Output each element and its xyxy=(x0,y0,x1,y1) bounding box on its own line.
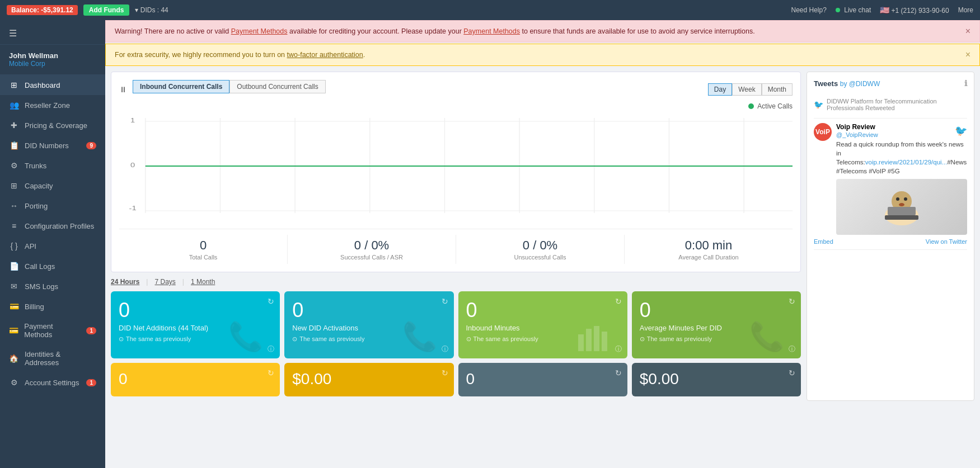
kpi-b2-value: $0.00 xyxy=(292,371,446,388)
sidebar-item-sms-logs[interactable]: ✉ SMS Logs xyxy=(0,276,105,296)
alert-danger: Warning! There are no active or valid Pa… xyxy=(105,20,980,42)
porting-icon: ↔ xyxy=(9,201,19,210)
period-week-button[interactable]: Week xyxy=(732,83,761,96)
need-help[interactable]: Need Help? xyxy=(791,6,826,14)
did-badge: 9 xyxy=(86,142,96,149)
sidebar-item-label: Capacity xyxy=(25,182,53,190)
payment-badge: 1 xyxy=(86,327,96,334)
chart-svg: 1 0 -1 xyxy=(119,112,793,213)
kpi-avg-info[interactable]: ⓘ xyxy=(789,344,795,354)
svg-rect-28 xyxy=(602,332,607,351)
sidebar-item-billing[interactable]: 💳 Billing xyxy=(0,296,105,316)
sidebar-item-identities-addresses[interactable]: 🏠 Identities & Addresses xyxy=(0,344,105,372)
payment-icon: 💳 xyxy=(9,326,18,335)
sidebar-item-api[interactable]: { } API xyxy=(0,236,105,256)
live-chat[interactable]: Live chat xyxy=(836,6,871,14)
sidebar-item-porting[interactable]: ↔ Porting xyxy=(0,196,105,216)
sidebar-item-configuration-profiles[interactable]: ≡ Configuration Profiles xyxy=(0,216,105,236)
tweet-image xyxy=(836,179,967,235)
kpi-refresh-b3[interactable]: ↻ xyxy=(615,368,622,377)
payment-methods-link-2[interactable]: Payment Methods xyxy=(463,27,520,35)
tweet-link[interactable]: voip.review/2021/01/29/qui... xyxy=(865,159,947,166)
time-1m[interactable]: 1 Month xyxy=(191,278,215,286)
payment-methods-link-1[interactable]: Payment Methods xyxy=(231,27,288,35)
period-month-button[interactable]: Month xyxy=(762,83,793,96)
sidebar-item-label: Reseller Zone xyxy=(25,101,70,110)
tweet-embed-link[interactable]: Embed xyxy=(814,238,833,245)
kpi-refresh-b2[interactable]: ↻ xyxy=(442,368,448,377)
time-24h[interactable]: 24 Hours xyxy=(111,278,139,286)
chart-pause-button[interactable]: ⏸ xyxy=(119,85,127,94)
kpi-inbound-info[interactable]: ⓘ xyxy=(615,344,622,354)
main-layout: ☰ John Wellman Mobile Corp ⊞ Dashboard 👥… xyxy=(0,20,980,468)
svg-rect-35 xyxy=(888,207,916,215)
sidebar-item-label: Billing xyxy=(25,302,44,311)
tab-inbound-concurrent[interactable]: Inbound Concurrent Calls xyxy=(133,80,229,93)
kpi-inbound-value: 0 xyxy=(466,299,620,322)
settings-badge: 1 xyxy=(86,379,96,386)
trunks-icon: ⚙ xyxy=(9,161,19,170)
stat-successful-calls: 0 / 0% Successful Calls / ASR xyxy=(288,235,456,264)
tweet-content: Voip Review @_VoipReview 🐦 Read a quick … xyxy=(836,123,967,235)
svg-text:-1: -1 xyxy=(129,205,137,212)
sidebar-item-call-logs[interactable]: 📄 Call Logs xyxy=(0,256,105,276)
kpi-refresh-avg[interactable]: ↻ xyxy=(789,297,795,306)
kpi-card-new-did: ↻ 0 New DID Activations ⊙ The same as pr… xyxy=(284,291,453,358)
successful-calls-label: Successful Calls / ASR xyxy=(291,254,452,261)
sidebar-item-account-settings[interactable]: ⚙ Account Settings 1 xyxy=(0,372,105,393)
kpi-b4-value: $0.00 xyxy=(640,371,793,388)
sidebar-company[interactable]: Mobile Corp xyxy=(9,60,96,68)
tweet-view-on-twitter-link[interactable]: View on Twitter xyxy=(926,238,967,245)
hamburger-icon[interactable]: ☰ xyxy=(9,28,17,39)
kpi-refresh-did-net[interactable]: ↻ xyxy=(268,297,274,306)
alert-danger-close[interactable]: × xyxy=(965,26,970,36)
tweet-actions: Embed View on Twitter xyxy=(814,238,967,245)
kpi-refresh-inbound[interactable]: ↻ xyxy=(615,297,622,306)
retweet-icon: 🐦 xyxy=(814,100,823,109)
kpi-new-did-value: 0 xyxy=(292,299,446,322)
legend-label: Active Calls xyxy=(757,102,793,110)
sidebar-item-pricing-coverage[interactable]: ✚ Pricing & Coverage xyxy=(0,115,105,135)
sidebar-item-label: Configuration Profiles xyxy=(25,222,94,230)
sidebar-item-dashboard[interactable]: ⊞ Dashboard xyxy=(0,75,105,95)
kpi-grid-bottom: ↻ 0 ↻ $0.00 ↻ 0 ↻ $0.00 xyxy=(111,363,801,396)
sidebar-item-reseller-zone[interactable]: 👥 Reseller Zone xyxy=(0,95,105,115)
sidebar-item-did-numbers[interactable]: 📋 DID Numbers 9 xyxy=(0,135,105,155)
phone-bg-icon-3: 📞 xyxy=(749,320,784,353)
sms-icon: ✉ xyxy=(9,282,19,291)
chart-period: Day Week Month xyxy=(708,83,793,96)
kpi-card-bottom-1: ↻ 0 xyxy=(111,363,280,396)
more-menu[interactable]: More xyxy=(958,6,973,14)
svg-rect-34 xyxy=(885,215,918,220)
time-7d[interactable]: 7 Days xyxy=(154,278,175,286)
kpi-refresh-new-did[interactable]: ↻ xyxy=(442,297,448,306)
kpi-did-net-info[interactable]: ⓘ xyxy=(268,344,274,354)
stat-avg-duration: 0:00 min Average Call Duration xyxy=(625,235,793,264)
flag-icon: 🇺🇸 xyxy=(880,6,889,15)
kpi-card-bottom-4: ↻ $0.00 xyxy=(632,363,801,396)
sidebar-item-payment-methods[interactable]: 💳 Payment Methods 1 xyxy=(0,316,105,344)
kpi-card-avg-minutes: ↻ 0 Average Minutes Per DID ⊙ The same a… xyxy=(632,291,801,358)
add-funds-button[interactable]: Add Funds xyxy=(83,4,130,16)
chart-tabs: Inbound Concurrent Calls Outbound Concur… xyxy=(133,80,326,93)
tweets-by: by @DIDWW xyxy=(840,80,880,88)
kpi-refresh-b1[interactable]: ↻ xyxy=(268,368,274,377)
two-factor-link[interactable]: two-factor authentication xyxy=(287,51,363,59)
period-day-button[interactable]: Day xyxy=(708,83,732,96)
kpi-grid-top: ↻ 0 DID Net Additions (44 Total) ⊙ The s… xyxy=(111,291,801,358)
sidebar-item-trunks[interactable]: ⚙ Trunks xyxy=(0,155,105,176)
kpi-new-did-info[interactable]: ⓘ xyxy=(442,344,448,354)
tweets-header: Tweets by @DIDWW ℹ xyxy=(814,79,967,88)
tweet-author-name: Voip Review xyxy=(836,123,875,131)
tab-outbound-concurrent[interactable]: Outbound Concurrent Calls xyxy=(229,80,325,93)
tweet-author-handle: @_VoipReview xyxy=(836,131,878,138)
tweets-info-icon[interactable]: ℹ xyxy=(964,79,967,88)
capacity-icon: ⊞ xyxy=(9,181,19,190)
sidebar-item-capacity[interactable]: ⊞ Capacity xyxy=(0,176,105,196)
billing-icon: 💳 xyxy=(9,302,19,311)
alert-warning-close[interactable]: × xyxy=(965,50,970,60)
kpi-card-bottom-2: ↻ $0.00 xyxy=(284,363,453,396)
topbar: Balance: -$5,391.12 Add Funds ▾ DIDs : 4… xyxy=(0,0,980,20)
kpi-refresh-b4[interactable]: ↻ xyxy=(789,368,795,377)
config-icon: ≡ xyxy=(9,221,19,230)
